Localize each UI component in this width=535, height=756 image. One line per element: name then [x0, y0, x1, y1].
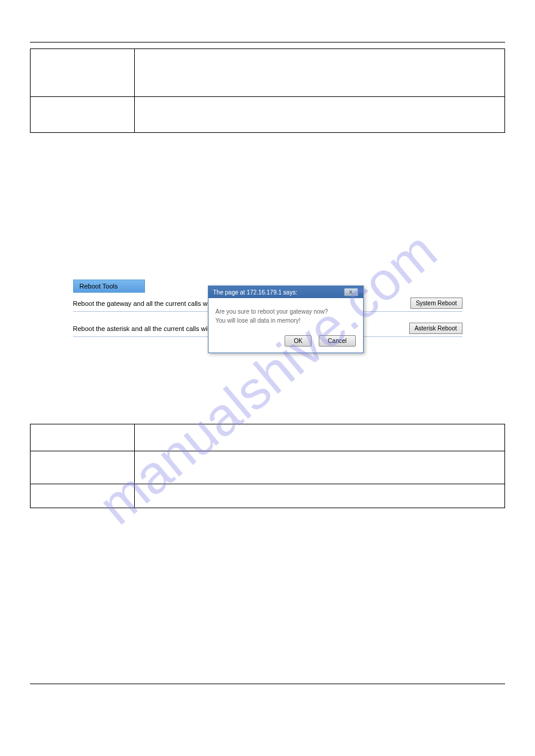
table-cell — [135, 484, 505, 508]
dialog-header: The page at 172.16.179.1 says: X — [208, 286, 363, 298]
table-cell — [135, 424, 505, 451]
dialog-message-line1: Are you sure to reboot your gateway now? — [216, 307, 356, 316]
asterisk-reboot-button[interactable]: Asterisk Reboot — [409, 323, 463, 334]
table-cell — [31, 451, 135, 484]
ok-button[interactable]: OK — [285, 335, 311, 347]
dialog-message-line2: You will lose all data in memory! — [216, 316, 356, 325]
table-row — [31, 484, 505, 508]
reboot-system-text: Reboot the gateway and all the current c… — [73, 300, 222, 307]
table-row — [31, 97, 505, 133]
page-content: Reboot Tools Reboot the gateway and all … — [0, 0, 535, 550]
reboot-asterisk-text: Reboot the asterisk and all the current … — [73, 325, 220, 332]
table-cell — [31, 424, 135, 451]
cancel-button[interactable]: Cancel — [319, 335, 355, 347]
close-icon[interactable]: X — [344, 288, 358, 296]
screenshot-panel: Reboot Tools Reboot the gateway and all … — [70, 277, 466, 340]
bottom-table — [30, 424, 505, 508]
table-row — [31, 424, 505, 451]
top-table — [30, 48, 505, 133]
table-cell — [135, 451, 505, 484]
dialog-body: Are you sure to reboot your gateway now?… — [208, 298, 363, 331]
table-cell — [31, 49, 135, 97]
reboot-tools-header: Reboot Tools — [73, 280, 145, 293]
table-cell — [31, 484, 135, 508]
dialog-footer: OK Cancel — [208, 331, 363, 353]
system-reboot-button[interactable]: System Reboot — [410, 297, 462, 309]
table-cell — [135, 97, 505, 133]
table-cell — [31, 97, 135, 133]
table-row — [31, 49, 505, 97]
top-divider — [30, 42, 505, 42]
footer-divider — [30, 684, 505, 684]
dialog-title: The page at 172.16.179.1 says: — [213, 289, 298, 296]
confirm-dialog: The page at 172.16.179.1 says: X Are you… — [208, 286, 364, 353]
table-row — [31, 451, 505, 484]
table-cell — [135, 49, 505, 97]
